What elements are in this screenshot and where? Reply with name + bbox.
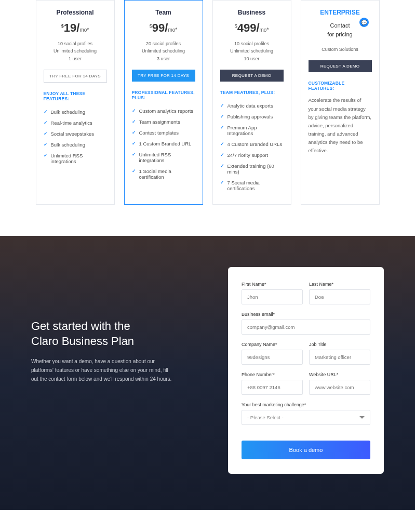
enterprise-desc: Accelerate the results of your social me… [309,96,372,155]
company-input[interactable] [242,350,303,365]
feature-item: 24/7 riority support [220,150,284,161]
features-list: Analytic data exportsPublishing approval… [220,100,284,194]
plan-price: $19/mo* [44,21,107,35]
email-input[interactable] [242,320,370,335]
label-phone: Phone Number* [242,372,303,377]
phone-input[interactable] [242,380,303,395]
label-challenge: Your best marketing challenge* [242,402,370,407]
contact-pricing: 💬Contactfor pricing [309,21,372,38]
pricing-card: Team$99/mo*20 social profilesUnlimited s… [124,0,203,205]
feature-item: Real-time analytics [44,117,107,128]
chat-icon[interactable]: 💬 [359,18,369,27]
feature-item: Premium App Integrations [220,122,284,139]
hero-desc: Whether you want a demo, have a question… [31,357,177,383]
plan-cta-button[interactable]: TRY FREE FOR 14 DAYS [44,70,107,83]
plan-price: $499/mo* [220,21,284,35]
feature-item: Social sweepstakes [44,128,107,139]
features-title: CUSTOMIZABLE FEATURES: [309,81,372,91]
plan-name: ENTERPRISE [309,9,372,16]
feature-item: 1 Custom Branded URL [132,138,195,149]
feature-item: Custom analytics reports [132,105,195,116]
challenge-select[interactable]: - Please Select - [242,410,370,425]
features-list: Bulk schedulingReal-time analyticsSocial… [44,107,107,167]
plan-name: Professional [44,9,107,16]
features-title: TEAM FEATURES, PLUS: [220,90,284,95]
label-job-title: Job Title [309,342,370,347]
pricing-card: ENTERPRISE💬Contactfor pricingCustom Solu… [301,0,380,205]
hero-title: Get started with theClaro Business Plan [31,319,202,349]
pricing-card: Professional$19/mo*10 social profilesUnl… [36,0,115,205]
label-email: Business email* [242,312,370,317]
plan-price: $99/mo* [132,21,195,35]
feature-item: Extended training (60 mins) [220,161,284,177]
label-company: Company Name* [242,342,303,347]
features-title: ENJOY ALL THESE FEATURES: [44,91,107,101]
book-demo-button[interactable]: Book a demo [242,441,370,459]
label-first-name: First Name* [242,282,303,287]
feature-item: Bulk scheduling [44,107,107,117]
label-last-name: Last Name* [309,282,370,287]
feature-item: Contest templates [132,127,195,138]
plan-cta-button[interactable]: TRY FREE FOR 14 DAYS [132,70,195,82]
feature-item: Unlimited RSS integrations [132,149,195,166]
plan-cta-button[interactable]: REQUEST A DEMO [309,60,372,72]
feature-item: 4 Custom Branded URLs [220,139,284,150]
feature-item: Team assignments [132,116,195,127]
pricing-card: Business$499/mo*10 social profilesUnlimi… [212,0,291,205]
plan-cta-button[interactable]: REQUEST A DEMO [220,70,284,82]
website-input[interactable] [309,380,370,395]
plan-meta: Custom Solutions [309,46,372,53]
plan-meta: 20 social profilesUnlimited scheduling3 … [132,40,195,62]
plan-name: Team [132,9,195,16]
plan-meta: 10 social profilesUnlimited scheduling1 … [44,40,107,62]
last-name-input[interactable] [309,289,370,304]
plan-name: Business [220,9,284,16]
first-name-input[interactable] [242,289,303,304]
label-website: Website URL* [309,372,370,377]
features-list: Custom analytics reportsTeam assignments… [132,105,195,182]
job-title-input[interactable] [309,350,370,365]
features-title: PROFESSIONAL FEATURES, PLUS: [132,90,195,100]
feature-item: Publishing approvals [220,111,284,122]
plan-meta: 10 social profilesUnlimited scheduling10… [220,40,284,62]
feature-item: 1 Social media certification [132,166,195,182]
feature-item: Unlimited RSS integrations [44,150,107,167]
feature-item: Analytic data exports [220,100,284,111]
feature-item: Bulk scheduling [44,139,107,150]
feature-item: 7 Social media certifications [220,177,284,194]
demo-form: First Name* Last Name* Business email* C… [228,267,384,474]
